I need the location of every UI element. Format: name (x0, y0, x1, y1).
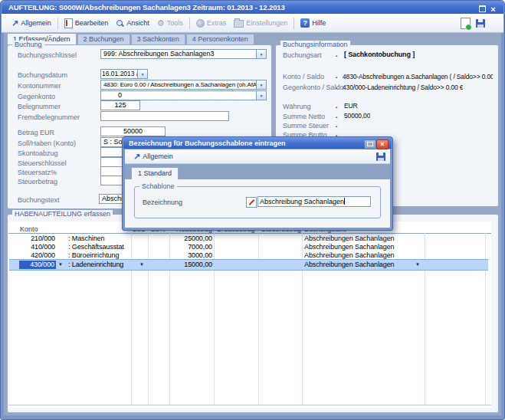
chevron-down-icon[interactable]: ▼ (256, 91, 266, 100)
buchungsinformation-group-label: Buchungsinformation (280, 41, 350, 49)
text-caret (344, 198, 345, 205)
close-icon: × (490, 5, 495, 14)
magnifier-icon (116, 19, 124, 28)
buchungsschluessel-combo[interactable]: 999: Abschreibungen Sachanlagen3 ▼ (100, 49, 267, 59)
fremdbelegnummer-label: Fremdbelegnummer (18, 113, 80, 121)
chevron-down-icon[interactable]: ▼ (58, 261, 63, 268)
steuerschluessel-label: Steuerschlüssel (18, 159, 67, 167)
gegenkonto-combo[interactable]: 0 ▼ (100, 90, 267, 100)
bullet-icon: ▪ (336, 74, 337, 81)
kontoname-cell: : Geschäftsausstat (68, 243, 124, 251)
edit-document-icon (64, 18, 73, 28)
edit-pencil-icon[interactable] (246, 197, 257, 208)
summe-netto-label: Summe Netto (283, 113, 325, 120)
konto-cell-editing[interactable]: 430/000 (19, 261, 56, 269)
menu-bar: ↗ Allgemein Bearbeiten Ansicht ⚙ Tools E… (2, 14, 503, 33)
chevron-down-icon[interactable]: ▼ (415, 261, 420, 268)
menu-label: Bearbeiten (75, 19, 109, 27)
menu-label: Hilfe (312, 19, 326, 27)
soll-haben-label: Soll/Haben (Konto) (18, 139, 76, 147)
konto-saldo-label: Konto / Saldo (283, 73, 324, 80)
steuerbetrag-label: Steuerbetrag (18, 178, 57, 185)
green-badge-icon (465, 24, 472, 31)
steuersatz-label: Steuersatz% (18, 169, 57, 176)
buchungsschablone-dialog: Bezeichnung für Buchungsschablone eintra… (122, 136, 393, 231)
schablone-group-label: Schablone (139, 182, 177, 191)
buchungstext-label: Buchungstext (18, 196, 60, 204)
menu-tools[interactable]: ⚙ Tools (153, 18, 187, 29)
title-bar: AUFTEILUNG: S000W/Abschreibungen Sachanl… (2, 1, 503, 14)
tab-sachkonten[interactable]: 3 Sachkonten (131, 34, 185, 44)
gegenkonto-saldo-label: Gegenkonto / Saldo (283, 84, 344, 91)
menu-bearbeiten[interactable]: Bearbeiten (61, 17, 113, 30)
kontoname-cell: : Ladeneinrichtung (68, 261, 123, 269)
tab-standard[interactable]: 1 Standard (131, 167, 179, 179)
sphere-icon (196, 19, 205, 28)
menu-hilfe[interactable]: ? Hilfe (297, 17, 330, 29)
restore-icon (479, 5, 486, 12)
gear-icon: ⚙ (157, 19, 165, 28)
chevron-down-icon[interactable]: ▼ (256, 50, 266, 58)
tab-buchungen[interactable]: 2 Buchungen (77, 34, 130, 44)
restore-button[interactable] (477, 3, 487, 11)
buchungsschluessel-label: Buchungsschlüssel (18, 51, 77, 59)
kontonummer-value: 4830: Euro 0.00 / Abschreibungen a.Sacha… (101, 80, 256, 89)
bezeichnung-input[interactable]: Abschreibung Sachanlagen (257, 196, 371, 207)
bullet-icon: ▪ (336, 123, 337, 130)
bullet-icon: ▪ (336, 85, 337, 92)
menu-einstellungen[interactable]: Einstellungen (230, 17, 291, 29)
menu-separator (189, 18, 190, 29)
dialog-menu-allgemein[interactable]: ↗ Allgemein (130, 151, 177, 162)
table-row[interactable]: 410/000 : Geschäftsausstat 7000,00 Absch… (9, 243, 490, 251)
nettobetrag-cell: 15000,00 (166, 261, 212, 269)
menu-separator (293, 18, 294, 29)
summe-steuer-label: Summe Steuer (283, 122, 329, 130)
gegenkonto-saldo-value: 430/000-Ladeneinrichtung / Saldo>> 0.00 … (343, 84, 463, 91)
arrow-ne-icon: ↗ (133, 153, 140, 160)
gegenkonto-label: Gegenkonto (18, 93, 55, 100)
schablone-group: Schablone Bezeichnung Abschreibung Sacha… (134, 186, 381, 218)
tab-personenkonten[interactable]: 4 Personenkonten (186, 34, 254, 44)
dialog-close-button[interactable]: × (376, 139, 389, 149)
app-window: AUFTEILUNG: S000W/Abschreibungen Sachanl… (0, 0, 505, 420)
belegnummer-field[interactable]: 125 (100, 100, 140, 110)
nettobetrag-cell: 7000,00 (166, 243, 212, 251)
dialog-menu-bar: ↗ Allgemein (125, 149, 390, 164)
summe-netto-value: 50000,00 (344, 112, 370, 120)
table-row-selected[interactable]: 430/000 ▼ : Ladeneinrichtung ▼ 15000,00 … (9, 259, 488, 271)
gegenkonto-value: 0 (101, 91, 256, 100)
menu-allgemein[interactable]: ↗ Allgemein (8, 18, 55, 28)
menu-label: Tools (167, 19, 183, 27)
close-button[interactable]: × (488, 3, 498, 11)
chevron-down-icon[interactable]: ▼ (137, 70, 147, 78)
bezeichnung-label: Bezeichnung (143, 199, 182, 206)
konto-cell: 410/000 (11, 243, 55, 251)
menu-separator (57, 18, 58, 29)
menu-ansicht[interactable]: Ansicht (112, 18, 153, 29)
betrag-eur-label: Betrag EUR (18, 129, 54, 136)
dialog-tab-strip: 1 Standard (125, 164, 390, 179)
menu-extras[interactable]: Extras (192, 18, 231, 29)
waehrung-label: Währung (283, 103, 311, 110)
chevron-down-icon[interactable]: ▼ (256, 80, 266, 89)
dialog-save-button[interactable] (376, 153, 385, 161)
buchungsdatum-value: 16.01.2013 /Mi (101, 70, 137, 78)
buchungsdatum-combo[interactable]: 16.01.2013 /Mi ▼ (100, 69, 148, 79)
kontonummer-combo[interactable]: 4830: Euro 0.00 / Abschreibungen a.Sacha… (100, 80, 267, 90)
dialog-restore-button[interactable] (364, 139, 376, 149)
buchungstext-cell: Abschreibungen Sachanlagen (304, 243, 395, 251)
fremdbelegnummer-field[interactable] (100, 111, 229, 121)
kontoname-cell: : Maschinen (68, 235, 104, 243)
betrag-eur-field[interactable]: 50000 (100, 126, 166, 136)
save-button[interactable] (476, 19, 485, 28)
dialog-title: Bezeichnung für Buchungsschablone eintra… (129, 139, 286, 147)
new-document-button[interactable] (461, 18, 471, 29)
restore-icon (367, 142, 373, 146)
table-row[interactable]: 210/000 : Maschinen 25000,00 Abschreibun… (9, 235, 490, 243)
chevron-down-icon[interactable]: ▼ (139, 261, 144, 268)
buchungsart-value: [ Sachkontobuchung ] (344, 51, 415, 58)
window-title: AUFTEILUNG: S000W/Abschreibungen Sachanl… (8, 3, 285, 11)
nettobetrag-cell: 25000,00 (166, 235, 212, 243)
column-header-konto[interactable]: Konto (20, 225, 38, 233)
help-icon: ? (300, 18, 310, 28)
